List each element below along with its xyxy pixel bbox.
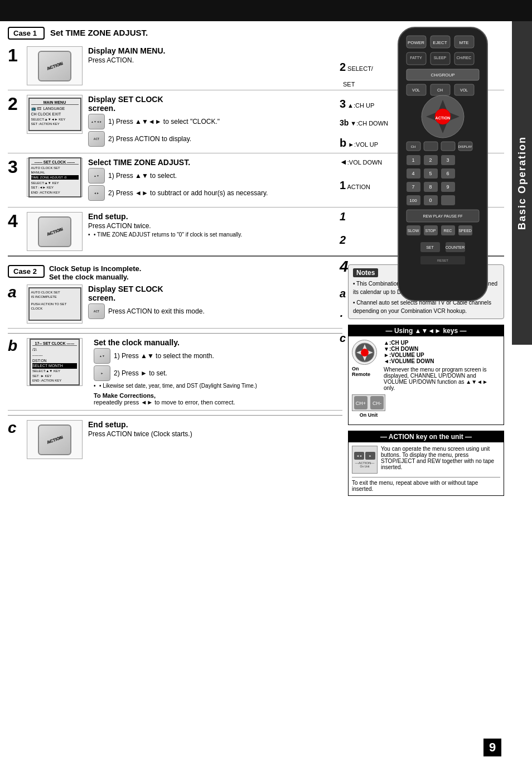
divider-ab	[8, 333, 342, 334]
step-b-image: 17-- SET CLOCK ------ /1\ -------- DST:O…	[27, 338, 83, 386]
step-b-icon2: ►	[94, 365, 110, 381]
step2-icon2: ACT	[88, 131, 105, 147]
svg-text:5: 5	[429, 171, 432, 176]
svg-text:CH+: CH+	[355, 401, 365, 406]
corrections-text: repeatedly press ◄► to move to error, th…	[94, 399, 342, 406]
action-key-desc: You can operate the menu screen using un…	[381, 446, 500, 470]
unit-arrow-icon: CH+ CH-	[352, 394, 385, 411]
step-a-content: Display SET CLOCKscreen. ACT Press ACTIO…	[88, 284, 342, 321]
action-button-illus-c: ACTION	[38, 425, 71, 455]
step-c: c ACTION End setup. Press ACTION twice (…	[8, 420, 342, 464]
svg-text:CH-: CH-	[373, 401, 381, 406]
remote-key-desc: ▲:CH UP ▼:CH DOWN ►:VOLUME UP ◄:VOLUME D…	[384, 340, 500, 391]
svg-rect-31	[441, 142, 455, 151]
step3-image: ------ SET CLOCK ------ AUTO CLOCK SET M…	[27, 158, 83, 197]
corrections-title: To Make Corrections,	[94, 392, 342, 399]
remote-illustration: POWER EJECT MTE FATTY SLEEP CH/REC CH/GR…	[387, 25, 504, 320]
step3-screen: ------ SET CLOCK ------ AUTO CLOCK SET M…	[28, 157, 81, 197]
svg-text:FATTY: FATTY	[410, 56, 422, 60]
keys-content: On Remote ▲:CH UP ▼:CH DOWN ►:VOLUME UP …	[349, 336, 504, 425]
svg-text:3: 3	[446, 157, 449, 163]
right-tab: Basic Operation	[512, 21, 532, 345]
case2-subtitle: Set the clock manually.	[49, 273, 141, 281]
step2-screen: MAIN MENU 📺 📼 LANGUAGE CH CLOCK EXIT SEL…	[28, 98, 81, 131]
svg-text:6: 6	[446, 171, 449, 176]
step4-image: ACTION	[27, 212, 83, 251]
step-b-content: Set the clock manually. ▲▼ 1) Press ▲▼ t…	[94, 338, 342, 406]
svg-rect-56	[441, 195, 455, 205]
step-a-icon: ACT	[88, 303, 105, 319]
action-key-title: — ACTION key on the unit —	[349, 431, 504, 442]
svg-rect-30	[424, 142, 438, 151]
step-a: a AUTO CLOCK SET IS INCOMPLETE PUSH ACTI…	[8, 284, 342, 329]
case1-header: Case 1	[8, 27, 45, 40]
right-tab-label: Basic Operation	[516, 136, 528, 230]
step-a-screen: AUTO CLOCK SET IS INCOMPLETE PUSH ACTION…	[28, 287, 81, 321]
svg-text:VOL: VOL	[412, 88, 420, 92]
svg-text:CH: CH	[437, 88, 443, 92]
remote-legend: 2 SELECT/ SET 3 ▲:CH UP 3b ▼:CH DOWN b ►…	[340, 56, 388, 349]
case2-title: Clock Setup is Incomplete.	[49, 264, 141, 273]
svg-text:CH: CH	[411, 145, 416, 148]
step4-note: • TIME ZONE ADJUST returns to "0" if clo…	[88, 232, 504, 238]
svg-text:COUNTER: COUNTER	[446, 245, 465, 249]
on-remote-label: On Remote	[352, 366, 377, 377]
case2-header: Case 2 Clock Setup is Incomplete. Set th…	[8, 264, 342, 281]
svg-text:RESET: RESET	[437, 259, 448, 262]
step-b-title: Set the clock manually.	[94, 338, 342, 347]
step-b-icon1: ▲▼	[94, 348, 110, 364]
svg-text:REW PLAY PAUSE FF: REW PLAY PAUSE FF	[423, 214, 462, 218]
step3-icon2: ◄►	[88, 185, 105, 201]
svg-text:CH/GROUP: CH/GROUP	[431, 73, 454, 78]
action-key-section: — ACTION key on the unit — ◄◄ ►	[348, 431, 504, 496]
svg-text:0: 0	[429, 197, 432, 203]
svg-text:ACTION: ACTION	[436, 116, 451, 120]
svg-text:8: 8	[429, 184, 432, 190]
svg-text:DISPLAY: DISPLAY	[458, 145, 472, 148]
action-button-illus-4: ACTION	[38, 216, 71, 247]
svg-text:MTE: MTE	[460, 40, 469, 45]
action-button-illus-1: ACTION	[38, 51, 71, 81]
step1-image: ACTION	[27, 46, 83, 85]
step-c-content: End setup. Press ACTION twice (Clock sta…	[88, 420, 342, 438]
unit-buttons-icon: ◄◄ ► —ACTION— On Unit	[352, 446, 378, 474]
svg-text:9: 9	[446, 184, 449, 190]
step-c-image: ACTION	[27, 420, 83, 459]
step-a-sub: ACT Press ACTION to exit this mode.	[88, 303, 342, 319]
step3-icon1: ▲▼	[88, 168, 105, 184]
step-c-title: End setup.	[88, 420, 342, 429]
step2-icon1: ▲▼◄►	[88, 114, 105, 129]
svg-text:EJECT: EJECT	[433, 40, 447, 45]
svg-text:100: 100	[409, 198, 417, 203]
step-a-image: AUTO CLOCK SET IS INCOMPLETE PUSH ACTION…	[27, 284, 83, 324]
svg-text:7: 7	[412, 184, 414, 190]
case1-title: Set TIME ZONE ADJUST.	[50, 28, 148, 37]
case2-section: Case 2 Clock Setup is Incomplete. Set th…	[8, 264, 348, 496]
step-b-sub2: ► 2) Press ► to set.	[94, 365, 342, 381]
action-key-content: ◄◄ ► —ACTION— On Unit You can operate th…	[349, 442, 504, 495]
svg-point-78	[361, 349, 369, 356]
svg-text:VOL: VOL	[460, 88, 468, 92]
step2-image: MAIN MENU 📺 📼 LANGUAGE CH CLOCK EXIT SEL…	[27, 95, 83, 134]
case2-titles: Clock Setup is Incomplete. Set the clock…	[49, 264, 141, 281]
unit-key-row: CH+ CH- On Unit	[352, 394, 500, 418]
action-key-footer: To exit the menu, repeat above with or w…	[352, 477, 500, 492]
case2-label: Case 2	[8, 265, 45, 278]
svg-text:SLEEP: SLEEP	[434, 56, 447, 60]
step-b-note1: • Likewise set date, year, time, and DST…	[94, 383, 342, 389]
page-number: 9	[483, 739, 501, 756]
step-c-instruction: Press ACTION twice (Clock starts.)	[88, 430, 342, 438]
svg-text:4: 4	[412, 171, 414, 176]
svg-text:SET: SET	[426, 245, 434, 249]
svg-text:1: 1	[412, 157, 414, 163]
step-b: b 17-- SET CLOCK ------ /1\ -------- DST…	[8, 338, 342, 411]
step-a-title: Display SET CLOCKscreen.	[88, 284, 342, 302]
top-bar	[0, 0, 532, 21]
svg-text:CH/REC: CH/REC	[457, 56, 472, 60]
on-unit-label: On Unit	[360, 412, 378, 418]
corrections: To Make Corrections, repeatedly press ◄►…	[94, 392, 342, 406]
divider-bc	[8, 415, 342, 416]
keys-whenever-desc: Whenever the menu or program screen is d…	[384, 366, 500, 391]
svg-text:2: 2	[429, 157, 432, 163]
svg-text:POWER: POWER	[408, 40, 424, 45]
